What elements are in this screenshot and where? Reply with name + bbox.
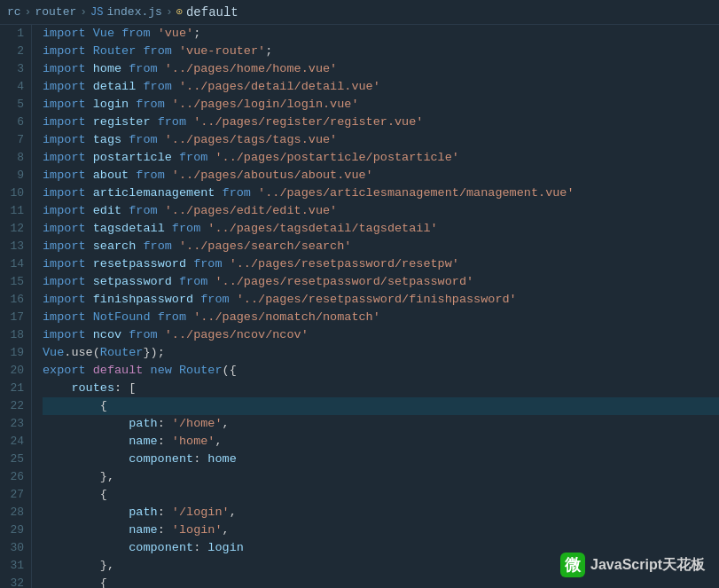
token: Vue — [43, 346, 64, 359]
breadcrumb: rc › router › JS index.js › ⊙ default — [0, 0, 719, 25]
line-number-1: 1 — [7, 25, 24, 43]
line-number-28: 28 — [7, 504, 24, 521]
line-number-32: 32 — [7, 575, 24, 588]
token: search — [93, 239, 137, 253]
code-line-3: import home from '../pages/home/home.vue… — [43, 60, 719, 78]
line-number-8: 8 — [7, 149, 24, 167]
token: '../pages/login/login.vue' — [172, 98, 359, 111]
token — [151, 27, 158, 40]
token — [158, 62, 165, 75]
code-line-1: import Vue from 'vue'; — [43, 25, 719, 43]
code-editor: 1234567891011121314151617181920212223242… — [0, 25, 719, 588]
token: from — [136, 98, 164, 111]
line-number-23: 23 — [7, 415, 24, 433]
token: component — [129, 452, 193, 466]
token: import — [43, 169, 86, 182]
code-line-29: name: 'login', — [43, 521, 719, 539]
token: import — [43, 239, 86, 253]
token: articlemanagement — [93, 186, 215, 200]
code-line-27: { — [43, 486, 719, 504]
line-numbers: 1234567891011121314151617181920212223242… — [0, 25, 32, 588]
token: from — [143, 44, 171, 58]
token: }, — [100, 559, 114, 572]
token: import — [43, 222, 86, 235]
token — [86, 293, 93, 306]
token: '../pages/aboutus/about.vue' — [172, 169, 373, 182]
token — [165, 222, 172, 235]
breadcrumb-js-icon: JS — [90, 6, 103, 19]
code-line-23: path: '/home', — [43, 415, 719, 433]
token: '../pages/tagsdetail/tagsdetail' — [207, 222, 437, 235]
token: from — [129, 328, 157, 341]
breadcrumb-export-icon: ⊙ — [176, 5, 183, 19]
token: from — [223, 186, 251, 200]
line-number-6: 6 — [7, 114, 24, 131]
token: postarticle — [93, 151, 172, 164]
token: '../pages/ncov/ncov' — [165, 328, 309, 341]
token: tagsdetail — [93, 222, 165, 235]
code-line-8: import postarticle from '../pages/postar… — [43, 149, 719, 167]
token — [43, 381, 71, 395]
token: path — [129, 506, 157, 519]
token: '../pages/postarticle/postarticle' — [215, 151, 458, 164]
code-line-12: import tagsdetail from '../pages/tagsdet… — [43, 220, 719, 238]
token: from — [200, 293, 229, 306]
token: '../pages/edit/edit.vue' — [165, 204, 337, 217]
token — [172, 275, 179, 288]
line-number-24: 24 — [7, 433, 24, 451]
code-line-6: import register from '../pages/register/… — [43, 114, 719, 131]
token: from — [143, 80, 171, 93]
token: 'login' — [172, 523, 223, 537]
token: NotFound — [93, 310, 151, 324]
code-line-24: name: 'home', — [43, 433, 719, 451]
token: 'home' — [172, 435, 215, 448]
token: ; — [265, 44, 272, 58]
code-line-16: import finishpassword from '../pages/res… — [43, 291, 719, 309]
token — [223, 257, 230, 270]
token — [86, 151, 93, 164]
token: : — [158, 506, 172, 519]
code-line-15: import setpassword from '../pages/resetp… — [43, 273, 719, 291]
code-line-10: import articlemanagement from '../pages/… — [43, 184, 719, 202]
token: : — [193, 452, 207, 466]
breadcrumb-sep2: › — [80, 5, 87, 19]
watermark: 微 JavaScript天花板 — [560, 553, 705, 577]
token — [172, 364, 179, 377]
line-number-10: 10 — [7, 184, 24, 202]
token: routes — [71, 381, 114, 395]
token — [43, 541, 129, 554]
token: detail — [93, 80, 137, 93]
token: import — [43, 98, 86, 111]
token — [86, 204, 93, 217]
token: '../pages/tags/tags.vue' — [165, 133, 337, 146]
line-number-19: 19 — [7, 344, 24, 362]
code-line-13: import search from '../pages/search/sear… — [43, 238, 719, 255]
token: name — [129, 523, 157, 537]
token: Router — [100, 346, 144, 359]
token: '../pages/resetpassword/setpassword' — [215, 275, 473, 288]
token: 'vue-router' — [179, 44, 265, 58]
code-content[interactable]: import Vue from 'vue';import Router from… — [32, 25, 719, 588]
token — [86, 257, 93, 270]
token: from — [129, 62, 157, 75]
token: import — [43, 151, 86, 164]
token — [143, 364, 150, 377]
token: finishpassword — [93, 293, 193, 306]
watermark-text: JavaScript天花板 — [590, 556, 705, 575]
token: '../pages/home/home.vue' — [165, 62, 337, 75]
line-number-11: 11 — [7, 202, 24, 220]
token — [43, 452, 129, 466]
code-line-7: import tags from '../pages/tags/tags.vue… — [43, 131, 719, 149]
line-number-9: 9 — [7, 167, 24, 184]
token — [158, 328, 165, 341]
token: '../pages/resetpassword/resetpw' — [230, 257, 459, 270]
line-number-12: 12 — [7, 220, 24, 238]
line-number-31: 31 — [7, 557, 24, 575]
token: import — [43, 27, 86, 40]
token — [165, 169, 172, 182]
breadcrumb-file: index.js — [106, 5, 161, 19]
token: import — [43, 62, 86, 75]
line-number-21: 21 — [7, 380, 24, 397]
line-number-17: 17 — [7, 309, 24, 326]
breadcrumb-sep3: › — [166, 5, 173, 19]
